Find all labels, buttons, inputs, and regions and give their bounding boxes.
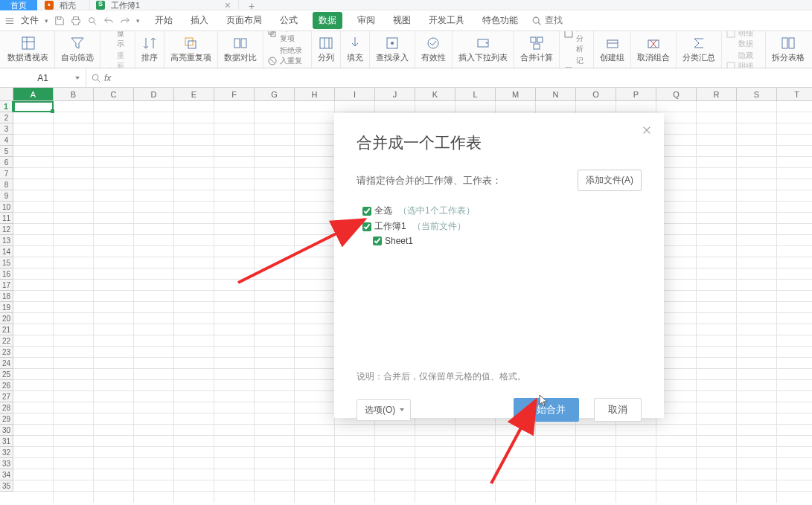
ribbon-findrecord[interactable]: 查找录入 <box>370 31 415 68</box>
tree-sheet-row[interactable]: Sheet1 <box>357 234 642 248</box>
tree-workbook-row[interactable]: 工作簿1 （当前文件） <box>357 219 642 234</box>
tree-select-all-row[interactable]: 全选 （选中1个工作表） <box>357 203 642 219</box>
ribbon-consolidate[interactable]: 合并计算 <box>514 31 560 68</box>
row-head-7[interactable]: 7 <box>0 168 13 179</box>
chevron-down-icon[interactable]: ▾ <box>136 17 140 25</box>
tab-add-button[interactable]: + <box>239 0 264 12</box>
row-head-13[interactable]: 13 <box>0 235 13 246</box>
save-icon[interactable] <box>54 16 65 26</box>
col-head-P[interactable]: P <box>616 88 656 101</box>
row-head-8[interactable]: 8 <box>0 179 13 190</box>
select-all-corner[interactable] <box>0 88 13 101</box>
row-head-17[interactable]: 17 <box>0 280 13 291</box>
row-head-28[interactable]: 28 <box>0 402 13 414</box>
ribbon-group[interactable]: 创建组 <box>594 31 631 68</box>
col-head-I[interactable]: I <box>335 88 375 101</box>
row-head-24[interactable]: 24 <box>0 358 13 369</box>
col-head-C[interactable]: C <box>94 88 134 101</box>
menu-start[interactable]: 开始 <box>152 12 176 29</box>
ribbon-highlight-dup[interactable]: 高亮重复项 <box>164 31 218 68</box>
col-head-B[interactable]: B <box>54 88 94 101</box>
file-menu[interactable]: 文件 <box>21 14 39 27</box>
row-head-18[interactable]: 18 <box>0 291 13 302</box>
options-button[interactable]: 选项(O) <box>357 399 411 421</box>
undo-icon[interactable] <box>103 16 114 26</box>
col-head-E[interactable]: E <box>174 88 214 101</box>
col-head-N[interactable]: N <box>536 88 576 101</box>
ribbon-whatif[interactable]: 模拟分析 <box>564 31 589 54</box>
ribbon-hide-detail[interactable]: 隐藏明细数据 <box>726 51 761 69</box>
ribbon-split-table[interactable]: 拆分表格 <box>766 31 811 68</box>
col-head-G[interactable]: G <box>255 88 295 101</box>
menu-view[interactable]: 视图 <box>390 12 414 29</box>
row-head-4[interactable]: 4 <box>0 135 13 146</box>
ribbon-remove-dup[interactable]: 删除重复项 <box>268 31 307 44</box>
row-head-31[interactable]: 31 <box>0 436 13 447</box>
row-head-25[interactable]: 25 <box>0 369 13 380</box>
row-head-20[interactable]: 20 <box>0 313 13 324</box>
start-merge-button[interactable]: 开始合并 <box>514 398 579 422</box>
ribbon-auto-filter[interactable]: 自动筛选 <box>55 31 100 68</box>
row-head-14[interactable]: 14 <box>0 246 13 257</box>
col-head-S[interactable]: S <box>737 88 777 101</box>
col-head-F[interactable]: F <box>214 88 255 101</box>
ribbon-ungroup[interactable]: 取消组合 <box>631 31 677 68</box>
fx-button[interactable]: fx <box>86 73 115 83</box>
menu-insert[interactable]: 插入 <box>188 12 211 29</box>
menu-review[interactable]: 审阅 <box>354 12 378 29</box>
col-head-L[interactable]: L <box>455 88 496 101</box>
row-head-16[interactable]: 16 <box>0 268 13 280</box>
app-menu-icon[interactable] <box>4 16 15 26</box>
row-head-21[interactable]: 21 <box>0 324 13 335</box>
col-head-Q[interactable]: Q <box>656 88 697 101</box>
row-head-26[interactable]: 26 <box>0 380 13 391</box>
menu-special[interactable]: 特色功能 <box>479 12 521 29</box>
formula-input[interactable] <box>115 68 812 87</box>
col-head-K[interactable]: K <box>415 88 455 101</box>
col-head-M[interactable]: M <box>496 88 536 101</box>
select-all-checkbox[interactable] <box>362 207 371 216</box>
search-box[interactable]: 查找 <box>531 14 563 27</box>
row-head-2[interactable]: 2 <box>0 112 13 123</box>
ribbon-reject-dup[interactable]: 拒绝录入重复项 <box>268 45 307 69</box>
row-head-33[interactable]: 33 <box>0 458 13 469</box>
row-head-11[interactable]: 11 <box>0 213 13 224</box>
row-head-34[interactable]: 34 <box>0 469 13 480</box>
preview-icon[interactable] <box>87 16 97 26</box>
row-head-19[interactable]: 19 <box>0 302 13 313</box>
col-head-J[interactable]: J <box>375 88 415 101</box>
tab-current-workbook[interactable]: 工作簿1 × <box>90 0 239 10</box>
col-head-T[interactable]: T <box>777 88 812 101</box>
redo-icon[interactable] <box>120 16 130 26</box>
ribbon-sort[interactable]: 排序 <box>135 31 164 68</box>
row-head-10[interactable]: 10 <box>0 202 13 213</box>
col-head-H[interactable]: H <box>295 88 335 101</box>
add-file-button[interactable]: 添加文件(A) <box>578 170 642 191</box>
tab-home[interactable]: 首页 <box>0 0 37 10</box>
menu-developer[interactable]: 开发工具 <box>426 12 467 29</box>
ribbon-dropdown[interactable]: 插入下拉列表 <box>453 31 514 68</box>
sheet-checkbox[interactable] <box>373 237 382 245</box>
chevron-down-icon[interactable]: ▾ <box>45 17 48 25</box>
menu-page-layout[interactable]: 页面布局 <box>223 12 265 29</box>
ribbon-pivot[interactable]: 数据透视表 <box>1 31 55 68</box>
workbook-checkbox[interactable] <box>362 222 371 231</box>
ribbon-fill[interactable]: 填充 <box>341 31 370 68</box>
close-icon[interactable]: × <box>225 0 231 11</box>
dialog-close-button[interactable] <box>640 123 653 137</box>
row-head-27[interactable]: 27 <box>0 391 13 402</box>
row-head-30[interactable]: 30 <box>0 425 13 436</box>
row-head-9[interactable]: 9 <box>0 190 13 202</box>
ribbon-show-detail[interactable]: 显示明细数据 <box>726 31 761 49</box>
col-head-O[interactable]: O <box>576 88 616 101</box>
col-head-A[interactable]: A <box>13 88 54 101</box>
ribbon-subtotal[interactable]: 分类汇总 <box>677 31 722 68</box>
row-head-29[interactable]: 29 <box>0 414 13 425</box>
print-icon[interactable] <box>71 16 81 26</box>
ribbon-reapply[interactable]: 重新应用 <box>105 51 130 69</box>
menu-formulas[interactable]: 公式 <box>277 12 301 29</box>
row-head-35[interactable]: 35 <box>0 480 13 492</box>
row-head-1[interactable]: 1 <box>0 101 13 112</box>
row-head-23[interactable]: 23 <box>0 347 13 358</box>
col-head-D[interactable]: D <box>134 88 174 101</box>
